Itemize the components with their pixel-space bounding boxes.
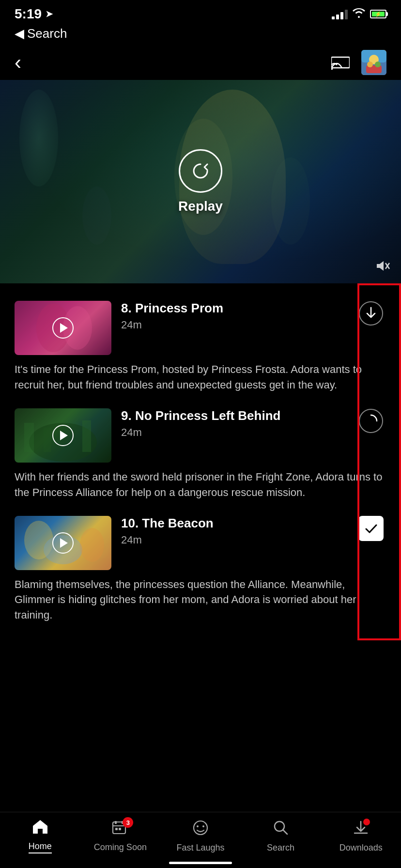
download-button-8[interactable]: [355, 301, 386, 326]
nav-item-downloads[interactable]: Downloads: [329, 820, 392, 853]
nav-label-fast-laughs: Fast Laughs: [176, 843, 224, 853]
svg-point-35: [194, 821, 207, 835]
episode-top: 10. The Beacon 24m: [15, 516, 386, 570]
location-arrow-icon: ➤: [46, 9, 53, 19]
battery-icon: ⚡: [370, 10, 386, 18]
play-button-10[interactable]: [52, 532, 74, 554]
avatar[interactable]: [361, 50, 386, 75]
episode-info-10: 10. The Beacon 24m: [121, 516, 346, 546]
nav-label-home: Home: [29, 841, 52, 853]
play-button-8[interactable]: [52, 317, 74, 339]
episodes-wrapper: 8. Princess Prom 24m It's time for the P…: [0, 283, 401, 640]
nav-item-home[interactable]: Home: [9, 819, 72, 853]
header-bar: ‹: [0, 45, 401, 80]
svg-point-28: [80, 528, 104, 562]
svg-rect-23: [82, 420, 91, 452]
play-triangle-icon: [60, 538, 68, 548]
status-time: 5:19 ➤: [15, 6, 53, 22]
episode-duration-10: 24m: [121, 534, 346, 546]
nav-label-coming-soon: Coming Soon: [94, 842, 147, 852]
episode-thumbnail-8[interactable]: [15, 301, 111, 355]
cast-icon[interactable]: [331, 55, 350, 70]
episode-item: 8. Princess Prom 24m It's time for the P…: [0, 293, 401, 401]
downloads-icon: [353, 820, 369, 840]
episode-item: 10. The Beacon 24m Blaming themselves, t…: [0, 508, 401, 631]
replay-label: Replay: [178, 199, 223, 214]
svg-point-36: [197, 825, 199, 827]
episode-duration-8: 24m: [121, 319, 346, 331]
coming-soon-badge: 3: [123, 817, 133, 828]
downloads-red-dot: [362, 818, 371, 826]
episode-desc-8: It's time for the Princess Prom, hosted …: [15, 362, 386, 393]
episode-desc-9: With her friends and the sword held pris…: [15, 469, 386, 500]
episode-thumbnail-10[interactable]: [15, 516, 111, 570]
video-player[interactable]: Replay: [0, 80, 401, 283]
back-arrow-icon[interactable]: ◀: [15, 26, 24, 41]
nav-item-coming-soon[interactable]: 3 Coming Soon: [89, 820, 152, 852]
status-right: ⚡: [332, 8, 386, 20]
svg-rect-22: [44, 428, 51, 452]
svg-rect-21: [24, 423, 34, 452]
download-button-9[interactable]: [355, 408, 386, 434]
time-display: 5:19: [15, 6, 42, 22]
episodes-list: 8. Princess Prom 24m It's time for the P…: [0, 283, 401, 640]
wifi-icon: [353, 8, 365, 20]
nav-label-downloads: Downloads: [339, 843, 383, 853]
episode-item: 9. No Princess Left Behind 24m With her …: [0, 401, 401, 508]
play-triangle-icon: [60, 431, 68, 440]
replay-circle[interactable]: [179, 149, 222, 193]
fast-laughs-icon: [192, 820, 209, 840]
nav-label-search: Search: [267, 843, 294, 853]
episode-info-8: 8. Princess Prom 24m: [121, 301, 346, 331]
svg-marker-12: [377, 261, 384, 271]
search-icon: [273, 820, 289, 840]
episode-title-9: 9. No Princess Left Behind: [121, 408, 346, 423]
play-triangle-icon: [60, 323, 68, 333]
episode-duration-9: 24m: [121, 426, 346, 439]
episode-title-8: 8. Princess Prom: [121, 301, 346, 316]
status-bar: 5:19 ➤ ⚡: [0, 0, 401, 24]
header-back-button[interactable]: ‹: [15, 51, 21, 74]
svg-point-24: [359, 409, 383, 433]
svg-rect-34: [119, 828, 121, 830]
volume-icon[interactable]: [376, 260, 390, 275]
header-right-controls: [331, 50, 386, 75]
nav-item-fast-laughs[interactable]: Fast Laughs: [169, 820, 232, 853]
episode-desc-10: Blaming themselves, the princesses quest…: [15, 577, 386, 623]
replay-overlay[interactable]: Replay: [178, 149, 223, 214]
episode-top: 9. No Princess Left Behind 24m: [15, 408, 386, 463]
coming-soon-icon: 3: [112, 820, 128, 839]
bottom-nav: Home 3 Coming Soon Fast Laughs: [0, 812, 401, 868]
download-button-10[interactable]: [355, 516, 386, 541]
back-nav-label: Search: [27, 26, 67, 41]
episode-top: 8. Princess Prom 24m: [15, 301, 386, 355]
svg-point-7: [367, 62, 373, 67]
svg-point-37: [202, 825, 204, 827]
svg-point-8: [375, 62, 381, 67]
episode-thumbnail-9[interactable]: [15, 408, 111, 463]
back-search-nav[interactable]: ◀ Search: [0, 24, 401, 45]
episode-title-10: 10. The Beacon: [121, 516, 346, 531]
svg-point-10: [271, 157, 310, 245]
svg-rect-33: [115, 828, 118, 830]
svg-point-11: [82, 186, 111, 245]
replay-icon: [190, 160, 211, 182]
signal-icon: [332, 9, 348, 19]
home-icon: [32, 819, 48, 838]
svg-line-39: [283, 830, 287, 834]
svg-rect-30: [115, 821, 117, 824]
episode-info-9: 9. No Princess Left Behind 24m: [121, 408, 346, 439]
nav-item-search[interactable]: Search: [249, 820, 312, 853]
play-button-9[interactable]: [52, 425, 74, 446]
home-indicator: [169, 862, 232, 864]
download-filled-icon: [358, 516, 384, 541]
